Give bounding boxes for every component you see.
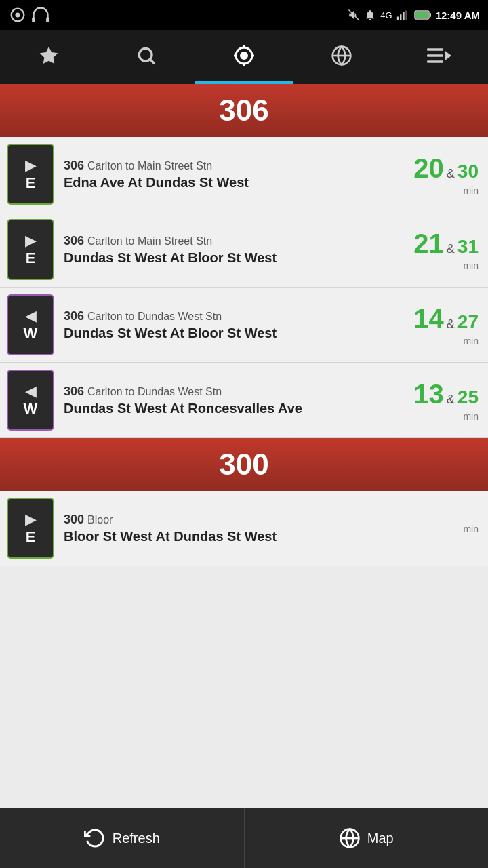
route-info-5: 300 Bloor Bloor St West At Dundas St Wes… <box>64 513 390 545</box>
stop-name-5: Bloor St West At Dundas St West <box>64 528 390 545</box>
nav-favorites[interactable] <box>0 30 98 84</box>
route-number-2: 306 Carlton to Main Street Stn <box>64 234 390 248</box>
svg-rect-5 <box>397 17 399 20</box>
svg-rect-10 <box>430 13 431 17</box>
gps-icon <box>8 5 27 24</box>
route-badge-2: ▶ E <box>7 219 54 280</box>
search-icon <box>136 45 157 66</box>
svg-rect-7 <box>403 12 405 20</box>
status-right: 4G 12:49 AM <box>348 9 480 21</box>
route-number-1: 306 Carlton to Main Street Stn <box>64 159 390 173</box>
arrow-icon-1: ▶ <box>25 157 37 174</box>
time-secondary-2: 31 <box>458 236 479 258</box>
route-info-3: 306 Carlton to Dundas West Stn Dundas St… <box>64 309 390 341</box>
svg-rect-3 <box>46 18 49 22</box>
nav-web[interactable] <box>293 30 390 84</box>
route-number-3: 306 Carlton to Dundas West Stn <box>64 309 390 323</box>
route-info-1: 306 Carlton to Main Street Stn Edna Ave … <box>64 159 390 191</box>
transit-row-3[interactable]: ◀ W 306 Carlton to Dundas West Stn Dunda… <box>0 288 488 363</box>
route-info-4: 306 Carlton to Dundas West Stn Dundas St… <box>64 384 390 416</box>
time-primary-1: 20 <box>413 153 444 184</box>
headphones-icon <box>31 5 50 24</box>
map-button[interactable]: Map <box>245 808 489 868</box>
transit-row-1[interactable]: ▶ E 306 Carlton to Main Street Stn Edna … <box>0 137 488 212</box>
stop-name-3: Dundas St West At Bloor St West <box>64 325 390 341</box>
signal-icon <box>396 9 410 21</box>
svg-rect-2 <box>32 18 35 22</box>
refresh-label: Refresh <box>113 831 160 846</box>
svg-point-13 <box>139 48 152 61</box>
route-badge-5: ▶ E <box>7 498 54 559</box>
svg-rect-23 <box>427 48 443 51</box>
transit-row-2[interactable]: ▶ E 306 Carlton to Main Street Stn Dunda… <box>0 212 488 288</box>
map-globe-icon <box>339 827 361 849</box>
nav-search[interactable] <box>98 30 195 84</box>
route-number-4: 306 Carlton to Dundas West Stn <box>64 384 390 399</box>
arrow-icon-3: ◀ <box>25 307 37 325</box>
arrival-times-4: 13 & 25 min <box>390 379 479 422</box>
nav-more[interactable] <box>390 30 488 84</box>
time-secondary-3: 27 <box>458 311 479 333</box>
svg-rect-6 <box>400 14 402 20</box>
route-badge-1: ▶ E <box>7 144 54 205</box>
svg-rect-25 <box>427 60 443 63</box>
content: 306 ▶ E 306 Carlton to Main Street Stn E… <box>0 84 488 808</box>
time-secondary-1: 30 <box>458 161 479 182</box>
arrow-icon-5: ▶ <box>25 511 37 528</box>
svg-rect-24 <box>427 54 443 57</box>
section-header-306: 306 <box>0 84 488 137</box>
route-badge-4: ◀ W <box>7 370 54 431</box>
arrival-times-1: 20 & 30 min <box>390 153 479 196</box>
arrow-icon-2: ▶ <box>25 232 37 250</box>
stop-name-2: Dundas St West At Bloor St West <box>64 250 390 266</box>
svg-marker-12 <box>40 47 58 64</box>
section-header-300: 300 <box>0 438 488 491</box>
clock: 12:49 AM <box>436 9 480 21</box>
arrival-times-5: min <box>390 522 479 534</box>
time-primary-2: 21 <box>413 229 444 259</box>
svg-marker-26 <box>445 51 451 60</box>
transit-row-5[interactable]: ▶ E 300 Bloor Bloor St West At Dundas St… <box>0 491 488 566</box>
arrival-times-2: 21 & 31 min <box>390 229 479 271</box>
transit-row-4[interactable]: ◀ W 306 Carlton to Dundas West Stn Dunda… <box>0 363 488 438</box>
globe-icon <box>331 45 352 66</box>
time-secondary-4: 25 <box>458 387 479 408</box>
arrival-times-3: 14 & 27 min <box>390 304 479 347</box>
stop-name-4: Dundas St West At Roncesvalles Ave <box>64 400 390 416</box>
arrow-icon-4: ◀ <box>25 382 37 400</box>
refresh-icon <box>84 827 106 849</box>
svg-line-14 <box>150 60 155 64</box>
svg-rect-11 <box>415 12 428 18</box>
status-left <box>8 5 50 24</box>
map-label: Map <box>367 831 394 846</box>
menu-arrow-icon <box>427 45 451 66</box>
svg-point-15 <box>241 53 247 59</box>
network-type: 4G <box>380 10 392 20</box>
status-bar: 4G 12:49 AM <box>0 0 488 30</box>
mute-icon <box>348 9 360 21</box>
svg-point-0 <box>16 13 20 18</box>
alarm-icon <box>364 9 376 21</box>
svg-rect-8 <box>405 10 407 20</box>
bottom-bar: Refresh Map <box>0 808 488 868</box>
time-primary-3: 14 <box>413 304 444 334</box>
nav-nearby[interactable] <box>195 30 293 84</box>
refresh-button[interactable]: Refresh <box>0 808 245 868</box>
time-primary-4: 13 <box>413 379 444 410</box>
route-info-2: 306 Carlton to Main Street Stn Dundas St… <box>64 234 390 266</box>
star-icon <box>38 45 60 66</box>
stop-name-1: Edna Ave At Dundas St West <box>64 174 390 191</box>
top-nav <box>0 30 488 84</box>
battery-icon <box>414 9 432 20</box>
route-badge-3: ◀ W <box>7 294 54 355</box>
location-icon <box>232 43 256 68</box>
route-number-5: 300 Bloor <box>64 513 390 527</box>
